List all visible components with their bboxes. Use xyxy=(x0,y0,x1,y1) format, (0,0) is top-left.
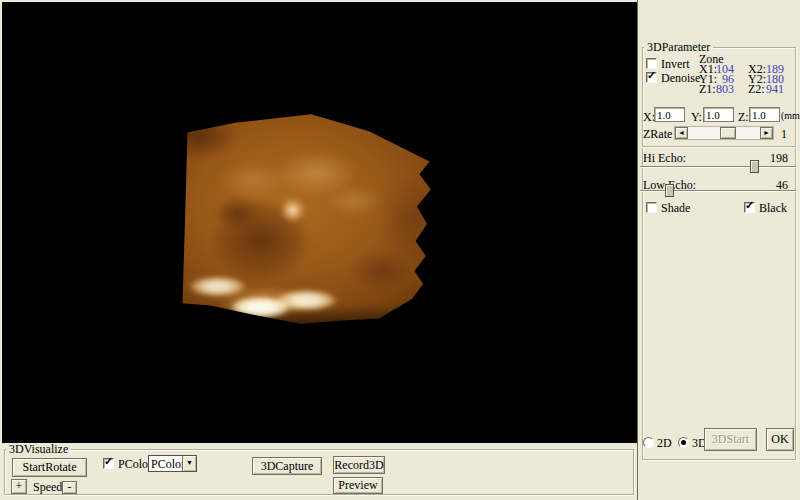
scale-unit-label: (mm/p) xyxy=(781,110,800,121)
shade-label: Shade xyxy=(661,201,690,216)
invert-label: Invert xyxy=(661,57,690,72)
scale-y-input[interactable] xyxy=(703,107,734,122)
check-icon: ✓ xyxy=(745,200,754,211)
scale-x-input[interactable] xyxy=(654,107,685,122)
pcolor-dropdown[interactable]: PColor ▼ xyxy=(148,455,197,472)
zone-z1-value: 803 xyxy=(714,82,734,97)
preview-button[interactable]: Preview xyxy=(333,477,383,494)
mode-3d-radio[interactable] xyxy=(678,437,689,448)
mode-2d-radio[interactable] xyxy=(643,437,654,448)
zone-z2-label: Z2: xyxy=(748,82,765,97)
zrate-scrollbar[interactable]: ◄ ► xyxy=(674,126,774,140)
3dstart-button[interactable]: 3DStart xyxy=(704,428,757,451)
black-checkbox[interactable]: ✓ xyxy=(744,202,755,213)
mode-2d-label: 2D xyxy=(657,436,672,451)
low-echo-slider-track[interactable] xyxy=(640,190,796,192)
separator xyxy=(642,146,796,148)
record3d-button[interactable]: Record3D xyxy=(333,456,385,474)
chevron-down-icon[interactable]: ▼ xyxy=(182,456,196,471)
scale-z-label: Z: xyxy=(738,110,749,125)
pcolor-label: PColor xyxy=(118,457,152,472)
app-window: 3DParameter Invert ✓ Denoise Zone X1: 10… xyxy=(0,0,800,500)
zone-z2-value: 941 xyxy=(764,82,784,97)
low-echo-slider-thumb[interactable] xyxy=(665,184,674,197)
zrate-label: ZRate xyxy=(643,127,672,142)
pcolor-checkbox[interactable]: ✓ xyxy=(103,458,114,469)
denoise-label: Denoise xyxy=(661,71,700,86)
pcolor-dropdown-value: PColor xyxy=(151,457,185,472)
scroll-right-icon[interactable]: ► xyxy=(760,127,773,139)
speed-label: Speed xyxy=(33,480,62,495)
visualize-panel: 3DVisualize StartRotate + Speed - ✓ PCol… xyxy=(0,443,637,500)
black-label: Black xyxy=(759,201,787,216)
hi-echo-label: Hi Echo: xyxy=(643,151,686,166)
scroll-left-icon[interactable]: ◄ xyxy=(675,127,688,139)
ultrasound-texture xyxy=(172,104,440,335)
check-icon: ✓ xyxy=(104,456,113,467)
zrate-scrollbar-thumb[interactable] xyxy=(720,127,736,139)
zrate-value: 1 xyxy=(781,127,787,142)
scale-y-label: Y: xyxy=(691,110,702,125)
radio-dot-icon xyxy=(681,440,686,445)
ultrasound-volume-render xyxy=(180,112,432,327)
speed-plus-button[interactable]: + xyxy=(11,479,27,494)
start-rotate-button[interactable]: StartRotate xyxy=(12,458,87,477)
hi-echo-slider-thumb[interactable] xyxy=(750,160,759,173)
shade-checkbox[interactable] xyxy=(646,202,657,213)
3dcapture-button[interactable]: 3DCapture xyxy=(252,457,322,475)
check-icon: ✓ xyxy=(647,70,656,81)
3d-viewport[interactable] xyxy=(2,2,637,443)
scale-z-input[interactable] xyxy=(749,107,780,122)
invert-checkbox[interactable] xyxy=(646,58,657,69)
denoise-checkbox[interactable]: ✓ xyxy=(646,72,657,83)
speed-minus-button[interactable]: - xyxy=(62,481,77,494)
ok-button[interactable]: OK xyxy=(766,428,794,451)
hi-echo-slider-track[interactable] xyxy=(640,166,796,168)
parameter-panel: 3DParameter Invert ✓ Denoise Zone X1: 10… xyxy=(637,0,800,500)
visualize-group-title: 3DVisualize xyxy=(6,443,71,455)
